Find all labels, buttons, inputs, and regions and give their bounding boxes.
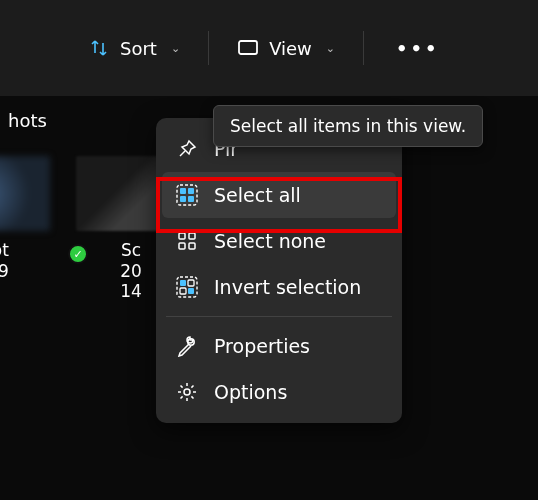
breadcrumb-tail: hots [8,110,47,131]
svg-rect-4 [180,196,186,202]
pin-icon [176,138,198,160]
thumbnail-item[interactable]: hot -29 [0,156,50,301]
thumbnail-sub: 20 [120,261,142,281]
toolbar: Sort ⌄ View ⌄ ••• [0,0,538,96]
svg-rect-5 [188,196,194,202]
menu-item-properties[interactable]: Properties [162,323,396,369]
svg-rect-1 [177,185,197,205]
svg-rect-11 [180,280,186,286]
thumbnail-name: hot [0,239,9,261]
svg-rect-12 [188,280,194,286]
properties-icon [176,335,198,357]
sync-check-icon: ✓ [68,244,88,264]
toolbar-separator [363,31,364,65]
more-button[interactable]: ••• [374,28,462,69]
thumbnail-sub2: 14 [120,281,142,301]
svg-rect-13 [180,288,186,294]
select-all-icon [176,184,198,206]
sort-icon [88,37,110,59]
menu-item-select-all[interactable]: Select all [162,172,396,218]
menu-item-label: Options [214,381,382,403]
svg-rect-9 [189,243,195,249]
more-icon: ••• [396,38,440,59]
toolbar-separator [208,31,209,65]
menu-separator [166,316,392,317]
menu-item-label: Select none [214,230,382,252]
menu-item-label: Select all [214,184,382,206]
tooltip-text: Select all items in this view. [230,116,466,136]
sort-label: Sort [120,38,157,59]
chevron-down-icon: ⌄ [326,42,335,55]
tooltip: Select all items in this view. [213,105,483,147]
select-none-icon [176,230,198,252]
svg-rect-7 [189,233,195,239]
view-icon [237,37,259,59]
menu-item-invert-selection[interactable]: Invert selection [162,264,396,310]
menu-item-options[interactable]: Options [162,369,396,415]
menu-item-select-none[interactable]: Select none [162,218,396,264]
view-label: View [269,38,312,59]
thumbnail-name: Sc [121,239,141,261]
svg-rect-6 [179,233,185,239]
svg-rect-2 [180,188,186,194]
svg-rect-14 [188,288,194,294]
chevron-down-icon: ⌄ [171,42,180,55]
svg-rect-0 [239,41,257,54]
thumbnail-sub: -29 [0,261,9,281]
thumbnail-image [0,156,50,231]
svg-rect-3 [188,188,194,194]
context-menu: Pir Select all Select none [156,118,402,423]
options-icon [176,381,198,403]
invert-selection-icon [176,276,198,298]
menu-item-label: Properties [214,335,382,357]
view-button[interactable]: View ⌄ [219,27,353,69]
svg-point-16 [184,389,190,395]
svg-rect-8 [179,243,185,249]
menu-item-label: Invert selection [214,276,382,298]
sort-button[interactable]: Sort ⌄ [70,27,198,69]
